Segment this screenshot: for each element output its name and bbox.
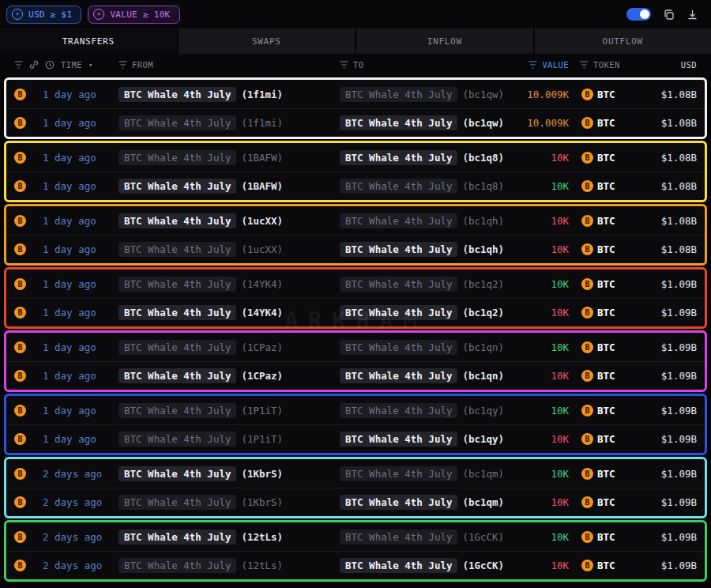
token-column-header[interactable]: TOKEN bbox=[569, 60, 630, 70]
from-entity[interactable]: BTC Whale 4th July bbox=[118, 213, 236, 228]
token-cell[interactable]: BBTC bbox=[569, 405, 630, 416]
transfer-row[interactable]: B1 day agoBTC Whale 4th July(1f1mi)BTC W… bbox=[6, 108, 705, 137]
toggle-switch[interactable] bbox=[626, 8, 651, 21]
from-address-tag[interactable]: (1KbrS) bbox=[241, 468, 283, 480]
token-cell[interactable]: BBTC bbox=[569, 341, 630, 353]
from-address-tag[interactable]: (1ucXX) bbox=[241, 243, 283, 255]
from-address-tag[interactable]: (1ucXX) bbox=[241, 215, 283, 227]
from-entity[interactable]: BTC Whale 4th July bbox=[118, 242, 236, 257]
to-entity[interactable]: BTC Whale 4th July bbox=[340, 432, 457, 447]
from-entity[interactable]: BTC Whale 4th July bbox=[118, 530, 236, 545]
from-address-tag[interactable]: (1f1mi) bbox=[241, 89, 283, 100]
time-column-header[interactable]: TIME ▾ bbox=[14, 60, 118, 70]
transfer-row[interactable]: B1 day agoBTC Whale 4th July(14YK4)BTC W… bbox=[6, 298, 705, 326]
from-address-tag[interactable]: (1KbrS) bbox=[241, 496, 283, 508]
to-address-tag[interactable]: (bc1qw) bbox=[462, 117, 502, 129]
to-address-tag[interactable]: (bc1qn) bbox=[462, 370, 502, 382]
from-entity[interactable]: BTC Whale 4th July bbox=[118, 340, 236, 355]
from-address-tag[interactable]: (1P1iT) bbox=[241, 405, 283, 416]
token-cell[interactable]: BBTC bbox=[569, 180, 630, 192]
transfer-row[interactable]: B1 day agoBTC Whale 4th July(1CPaz)BTC W… bbox=[6, 361, 705, 390]
from-address-tag[interactable]: (1CPaz) bbox=[241, 370, 283, 382]
token-cell[interactable]: BBTC bbox=[569, 152, 630, 164]
from-entity[interactable]: BTC Whale 4th July bbox=[118, 87, 236, 102]
token-cell[interactable]: BBTC bbox=[569, 243, 630, 255]
filter-chip-value[interactable]: ✕ VALUE ≥ 10K bbox=[88, 6, 179, 24]
to-address-tag[interactable]: (bc1q2) bbox=[462, 307, 502, 318]
token-cell[interactable]: BBTC bbox=[569, 433, 630, 445]
to-address-tag[interactable]: (bc1qw) bbox=[462, 89, 502, 100]
to-entity[interactable]: BTC Whale 4th July bbox=[340, 213, 457, 228]
token-cell[interactable]: BBTC bbox=[569, 496, 630, 508]
to-entity[interactable]: BTC Whale 4th July bbox=[340, 495, 457, 510]
to-address-tag[interactable]: (bc1qm) bbox=[462, 496, 502, 508]
from-entity[interactable]: BTC Whale 4th July bbox=[118, 403, 236, 418]
from-column-header[interactable]: FROM bbox=[118, 60, 340, 70]
from-entity[interactable]: BTC Whale 4th July bbox=[118, 305, 236, 320]
from-entity[interactable]: BTC Whale 4th July bbox=[118, 466, 236, 481]
to-address-tag[interactable]: (bc1q8) bbox=[462, 180, 502, 192]
to-entity[interactable]: BTC Whale 4th July bbox=[340, 305, 457, 320]
to-address-tag[interactable]: (bc1q2) bbox=[462, 278, 502, 290]
token-cell[interactable]: BBTC bbox=[569, 531, 630, 543]
tab-inflow[interactable]: INFLOW bbox=[356, 28, 533, 54]
tab-outflow[interactable]: OUTFLOW bbox=[535, 28, 711, 54]
value-column-header[interactable]: VALUE bbox=[502, 60, 569, 70]
transfer-row[interactable]: B2 days agoBTC Whale 4th July(1KbrS)BTC … bbox=[6, 459, 705, 488]
token-cell[interactable]: BBTC bbox=[569, 307, 630, 318]
remove-filter-icon[interactable]: ✕ bbox=[12, 9, 23, 20]
to-address-tag[interactable]: (bc1qy) bbox=[462, 433, 502, 445]
transfer-row[interactable]: B1 day agoBTC Whale 4th July(1P1iT)BTC W… bbox=[6, 396, 705, 424]
from-address-tag[interactable]: (1BAFW) bbox=[241, 180, 283, 192]
token-cell[interactable]: BBTC bbox=[569, 89, 630, 100]
from-address-tag[interactable]: (1BAFW) bbox=[241, 152, 283, 164]
to-entity[interactable]: BTC Whale 4th July bbox=[340, 558, 457, 573]
filter-chip-usd[interactable]: ✕ USD ≥ $1 bbox=[6, 6, 81, 24]
transfer-row[interactable]: B2 days agoBTC Whale 4th July(12tLs)BTC … bbox=[6, 522, 705, 551]
to-entity[interactable]: BTC Whale 4th July bbox=[340, 530, 457, 545]
from-address-tag[interactable]: (14YK4) bbox=[241, 278, 283, 290]
tab-transfers[interactable]: TRANSFERS bbox=[0, 28, 177, 54]
to-entity[interactable]: BTC Whale 4th July bbox=[340, 87, 457, 102]
token-cell[interactable]: BBTC bbox=[569, 370, 630, 382]
transfer-row[interactable]: B1 day agoBTC Whale 4th July(1BAFW)BTC W… bbox=[6, 172, 705, 200]
to-entity[interactable]: BTC Whale 4th July bbox=[340, 150, 457, 165]
to-entity[interactable]: BTC Whale 4th July bbox=[340, 403, 457, 418]
token-cell[interactable]: BBTC bbox=[569, 468, 630, 480]
to-entity[interactable]: BTC Whale 4th July bbox=[340, 340, 457, 355]
from-entity[interactable]: BTC Whale 4th July bbox=[118, 495, 236, 510]
transfer-row[interactable]: B2 days agoBTC Whale 4th July(12tLs)BTC … bbox=[6, 551, 705, 579]
to-entity[interactable]: BTC Whale 4th July bbox=[340, 466, 457, 481]
copy-icon[interactable] bbox=[663, 9, 675, 21]
from-entity[interactable]: BTC Whale 4th July bbox=[118, 368, 236, 383]
download-icon[interactable] bbox=[687, 9, 698, 21]
to-entity[interactable]: BTC Whale 4th July bbox=[340, 242, 457, 257]
token-cell[interactable]: BBTC bbox=[569, 560, 630, 571]
transfer-row[interactable]: B1 day agoBTC Whale 4th July(1f1mi)BTC W… bbox=[6, 80, 705, 108]
token-cell[interactable]: BBTC bbox=[569, 117, 630, 129]
from-entity[interactable]: BTC Whale 4th July bbox=[118, 558, 236, 573]
from-address-tag[interactable]: (12tLs) bbox=[241, 531, 283, 543]
to-entity[interactable]: BTC Whale 4th July bbox=[340, 179, 457, 194]
transfer-row[interactable]: B1 day agoBTC Whale 4th July(1ucXX)BTC W… bbox=[6, 206, 705, 235]
transfer-row[interactable]: B1 day agoBTC Whale 4th July(1P1iT)BTC W… bbox=[6, 424, 705, 453]
from-entity[interactable]: BTC Whale 4th July bbox=[118, 150, 236, 165]
to-address-tag[interactable]: (bc1qn) bbox=[462, 341, 502, 353]
remove-filter-icon[interactable]: ✕ bbox=[93, 9, 104, 20]
to-entity[interactable]: BTC Whale 4th July bbox=[340, 277, 457, 292]
from-entity[interactable]: BTC Whale 4th July bbox=[118, 115, 236, 130]
to-address-tag[interactable]: (bc1qh) bbox=[462, 243, 502, 255]
token-cell[interactable]: BBTC bbox=[569, 215, 630, 227]
to-address-tag[interactable]: (1GcCK) bbox=[462, 560, 502, 571]
from-entity[interactable]: BTC Whale 4th July bbox=[118, 432, 236, 447]
to-address-tag[interactable]: (bc1qh) bbox=[462, 215, 502, 227]
from-entity[interactable]: BTC Whale 4th July bbox=[118, 277, 236, 292]
transfer-row[interactable]: B1 day agoBTC Whale 4th July(1ucXX)BTC W… bbox=[6, 235, 705, 263]
transfer-row[interactable]: B2 days agoBTC Whale 4th July(1KbrS)BTC … bbox=[6, 488, 705, 516]
from-address-tag[interactable]: (12tLs) bbox=[241, 560, 283, 571]
from-address-tag[interactable]: (14YK4) bbox=[241, 307, 283, 318]
transfer-row[interactable]: B1 day agoBTC Whale 4th July(14YK4)BTC W… bbox=[6, 270, 705, 298]
from-entity[interactable]: BTC Whale 4th July bbox=[118, 179, 236, 194]
from-address-tag[interactable]: (1P1iT) bbox=[241, 433, 283, 445]
transfer-row[interactable]: B1 day agoBTC Whale 4th July(1CPaz)BTC W… bbox=[6, 333, 705, 361]
